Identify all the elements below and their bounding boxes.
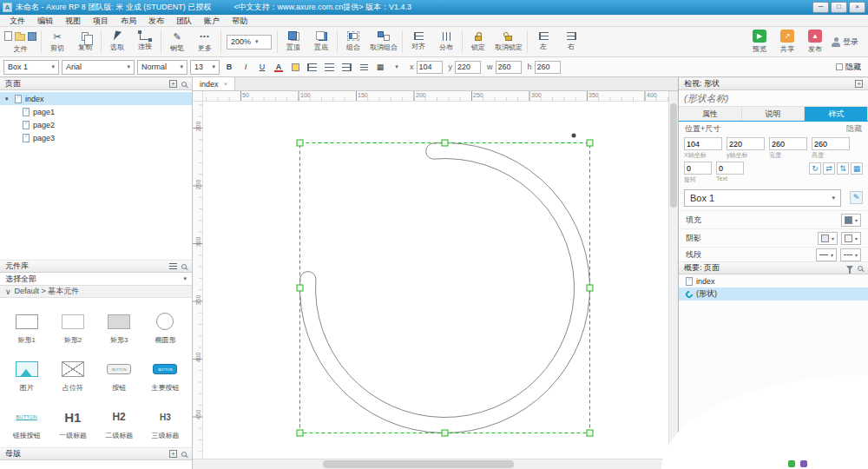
edit-style-button[interactable]: ✎	[850, 191, 863, 204]
close-tab-icon[interactable]: ×	[224, 80, 228, 88]
select-tool-button[interactable]: 选取	[103, 27, 131, 56]
inner-shadow-picker[interactable]: ▾	[841, 232, 861, 245]
scrollbar-thumb[interactable]	[670, 103, 677, 208]
publish-button[interactable]: ▲ 发布	[801, 27, 829, 56]
more-tools-button[interactable]: ••• 更多	[191, 27, 219, 56]
line-width-picker[interactable]: ▾	[816, 248, 837, 261]
close-button[interactable]: ×	[849, 2, 865, 13]
outline-item-shape[interactable]: (形状)	[679, 287, 868, 301]
arc-shape[interactable]	[299, 142, 589, 433]
widget-link-button[interactable]: BUTTON 链接按钮	[3, 395, 49, 443]
widget-h2[interactable]: H2 二级标题	[96, 395, 142, 443]
maximize-button[interactable]: □	[831, 2, 847, 13]
login-button[interactable]: 登录	[829, 27, 861, 56]
align-center-text-button[interactable]	[322, 60, 337, 74]
widget-h3[interactable]: H3 三级标题	[142, 395, 188, 443]
horizontal-scrollbar[interactable]	[193, 459, 668, 469]
grid-snap-button[interactable]: ▦	[851, 162, 863, 175]
text-rotation-input[interactable]	[716, 162, 744, 175]
group-button[interactable]: 组合	[339, 27, 367, 56]
h-input[interactable]	[535, 61, 561, 74]
tab-notes[interactable]: 说明	[742, 107, 806, 121]
rotation-input[interactable]	[684, 162, 712, 175]
widget-library-select[interactable]: 选择全部 ▾	[0, 273, 192, 286]
style-select[interactable]: Box 1 ▾	[3, 60, 59, 75]
add-page-button[interactable]	[169, 80, 177, 88]
line-style-picker[interactable]: ▾	[840, 248, 861, 261]
cut-button[interactable]: ✂ 剪切	[43, 27, 71, 56]
outline-item-index[interactable]: index	[679, 274, 868, 287]
more-format-button[interactable]: ▾	[390, 60, 404, 74]
italic-button[interactable]: I	[239, 60, 253, 74]
send-to-back-button[interactable]: 置底	[307, 27, 335, 56]
widget-image[interactable]: 图片	[3, 347, 49, 395]
handle-bottom-center[interactable]	[442, 430, 448, 436]
widget-primary-button[interactable]: BUTTON 主要按钮	[142, 347, 188, 395]
pen-tool-button[interactable]: ✎ 钢笔	[163, 27, 191, 56]
widget-rect1[interactable]: 矩形1	[3, 300, 49, 347]
page-tree-item-page2[interactable]: page2	[0, 118, 192, 131]
widget-rect2[interactable]: 矩形2	[49, 300, 95, 347]
page-tree-item-index[interactable]: ▾ index	[0, 92, 192, 105]
menu-view[interactable]: 视图	[59, 15, 87, 27]
handle-top-left[interactable]	[297, 140, 303, 146]
height-input[interactable]	[812, 137, 850, 150]
bullet-list-button[interactable]	[357, 60, 371, 74]
expander-icon[interactable]: ▾	[5, 96, 11, 102]
menu-team[interactable]: 团队	[170, 15, 198, 27]
menu-help[interactable]: 帮助	[226, 15, 253, 27]
ungroup-button[interactable]: 取消组合	[367, 27, 400, 56]
menu-project[interactable]: 项目	[87, 15, 115, 27]
tab-properties[interactable]: 属性	[679, 107, 742, 121]
unlock-button[interactable]: 取消锁定	[492, 27, 525, 56]
bold-button[interactable]: B	[222, 60, 236, 74]
y-input[interactable]	[455, 61, 481, 74]
handle-middle-right[interactable]	[587, 285, 593, 291]
widget-ellipse[interactable]: 椭圆形	[142, 300, 188, 347]
tab-index[interactable]: index ×	[193, 77, 235, 90]
handle-bottom-right[interactable]	[587, 430, 593, 436]
search-pages-button[interactable]	[181, 82, 187, 87]
outer-shadow-picker[interactable]: ▾	[818, 232, 838, 245]
font-weight-select[interactable]: Normal ▾	[137, 60, 187, 75]
scrollbar-thumb[interactable]	[323, 460, 514, 468]
menu-publish[interactable]: 发布	[142, 15, 170, 27]
page-tree-item-page1[interactable]: page1	[0, 105, 192, 118]
menu-file[interactable]: 文件	[3, 15, 31, 27]
widget-section-header[interactable]: ∨ Default > 基本元件	[0, 286, 192, 298]
file-tools-group[interactable]: 文件	[2, 27, 39, 56]
flip-horizontal-button[interactable]: ⇄	[823, 162, 835, 175]
align-left-button[interactable]: 左	[529, 27, 557, 56]
widget-placeholder[interactable]: 占位符	[49, 347, 95, 395]
minimize-button[interactable]: ─	[812, 2, 829, 13]
handle-bottom-left[interactable]	[297, 430, 303, 436]
filter-icon[interactable]	[846, 266, 853, 270]
shape-style-select[interactable]: Box 1 ▾	[684, 189, 841, 207]
fill-color-picker[interactable]: ▾	[841, 214, 861, 227]
align-button[interactable]: 对齐	[404, 27, 432, 56]
hide-link[interactable]: 隐藏	[846, 123, 862, 135]
underline-button[interactable]: U	[255, 60, 269, 74]
align-left-text-button[interactable]	[305, 60, 319, 74]
font-size-select[interactable]: 13 ▾	[190, 60, 220, 75]
align-right-button[interactable]: 右	[557, 27, 585, 56]
add-master-button[interactable]	[169, 450, 177, 458]
page-canvas[interactable]	[203, 102, 668, 459]
x-coordinate-input[interactable]	[684, 137, 722, 150]
search-outline-button[interactable]	[858, 266, 863, 271]
vertical-scrollbar[interactable]	[668, 91, 678, 459]
x-input[interactable]	[417, 61, 443, 74]
zoom-select[interactable]: 200% ▾	[227, 35, 272, 50]
widget-button[interactable]: BUTTON 按钮	[96, 347, 142, 395]
connector-tool-button[interactable]: 连接	[131, 27, 159, 56]
search-widgets-button[interactable]	[181, 264, 187, 269]
shape-name-input[interactable]	[679, 90, 868, 107]
font-select[interactable]: Arial ▾	[62, 60, 135, 75]
hide-checkbox[interactable]	[836, 63, 843, 70]
width-input[interactable]	[769, 137, 807, 150]
inspector-options-button[interactable]	[855, 80, 863, 88]
copy-button[interactable]: 复制	[71, 27, 99, 56]
tab-style[interactable]: 样式	[805, 107, 868, 121]
distribute-button[interactable]: 分布	[432, 27, 460, 56]
handle-top-right[interactable]	[587, 140, 593, 146]
